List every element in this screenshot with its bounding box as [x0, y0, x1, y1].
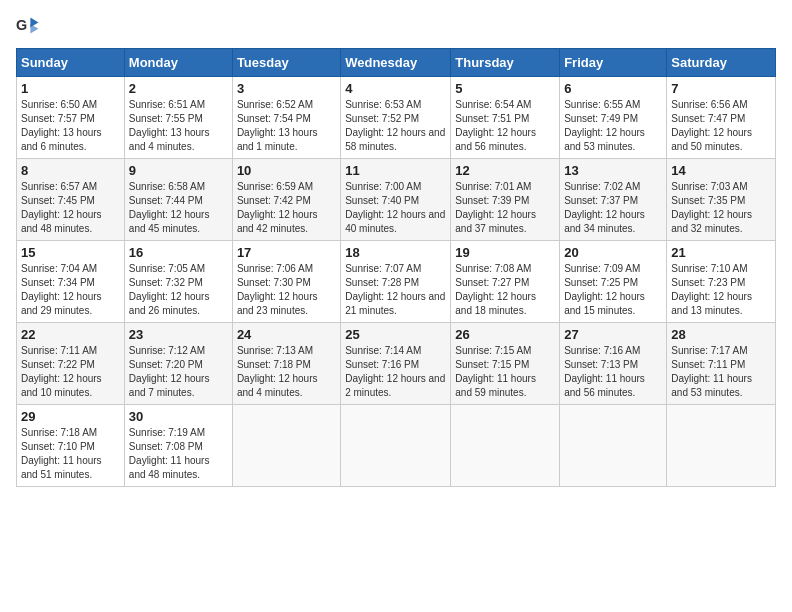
page-header: G — [16, 16, 776, 36]
day-number: 25 — [345, 327, 446, 342]
day-number: 24 — [237, 327, 336, 342]
day-info: Sunrise: 7:12 AMSunset: 7:20 PMDaylight:… — [129, 344, 228, 400]
day-info: Sunrise: 7:13 AMSunset: 7:18 PMDaylight:… — [237, 344, 336, 400]
day-info: Sunrise: 7:00 AMSunset: 7:40 PMDaylight:… — [345, 180, 446, 236]
calendar-cell: 3Sunrise: 6:52 AMSunset: 7:54 PMDaylight… — [232, 77, 340, 159]
calendar-cell — [667, 405, 776, 487]
day-info: Sunrise: 7:03 AMSunset: 7:35 PMDaylight:… — [671, 180, 771, 236]
calendar-cell: 19Sunrise: 7:08 AMSunset: 7:27 PMDayligh… — [451, 241, 560, 323]
day-info: Sunrise: 6:58 AMSunset: 7:44 PMDaylight:… — [129, 180, 228, 236]
day-number: 2 — [129, 81, 228, 96]
calendar-cell: 20Sunrise: 7:09 AMSunset: 7:25 PMDayligh… — [560, 241, 667, 323]
day-number: 3 — [237, 81, 336, 96]
day-info: Sunrise: 7:10 AMSunset: 7:23 PMDaylight:… — [671, 262, 771, 318]
calendar-header-tuesday: Tuesday — [232, 49, 340, 77]
calendar-table: SundayMondayTuesdayWednesdayThursdayFrid… — [16, 48, 776, 487]
calendar-cell: 2Sunrise: 6:51 AMSunset: 7:55 PMDaylight… — [124, 77, 232, 159]
day-number: 7 — [671, 81, 771, 96]
day-info: Sunrise: 6:54 AMSunset: 7:51 PMDaylight:… — [455, 98, 555, 154]
day-number: 5 — [455, 81, 555, 96]
day-info: Sunrise: 7:18 AMSunset: 7:10 PMDaylight:… — [21, 426, 120, 482]
day-info: Sunrise: 6:52 AMSunset: 7:54 PMDaylight:… — [237, 98, 336, 154]
day-info: Sunrise: 7:08 AMSunset: 7:27 PMDaylight:… — [455, 262, 555, 318]
calendar-cell: 25Sunrise: 7:14 AMSunset: 7:16 PMDayligh… — [341, 323, 451, 405]
calendar-week-row: 22Sunrise: 7:11 AMSunset: 7:22 PMDayligh… — [17, 323, 776, 405]
day-info: Sunrise: 6:56 AMSunset: 7:47 PMDaylight:… — [671, 98, 771, 154]
day-number: 14 — [671, 163, 771, 178]
calendar-header-friday: Friday — [560, 49, 667, 77]
calendar-header-sunday: Sunday — [17, 49, 125, 77]
day-info: Sunrise: 7:14 AMSunset: 7:16 PMDaylight:… — [345, 344, 446, 400]
day-info: Sunrise: 6:57 AMSunset: 7:45 PMDaylight:… — [21, 180, 120, 236]
day-number: 10 — [237, 163, 336, 178]
day-number: 30 — [129, 409, 228, 424]
calendar-week-row: 15Sunrise: 7:04 AMSunset: 7:34 PMDayligh… — [17, 241, 776, 323]
calendar-header-wednesday: Wednesday — [341, 49, 451, 77]
calendar-week-row: 1Sunrise: 6:50 AMSunset: 7:57 PMDaylight… — [17, 77, 776, 159]
day-info: Sunrise: 7:19 AMSunset: 7:08 PMDaylight:… — [129, 426, 228, 482]
calendar-cell: 6Sunrise: 6:55 AMSunset: 7:49 PMDaylight… — [560, 77, 667, 159]
calendar-cell — [560, 405, 667, 487]
calendar-header-saturday: Saturday — [667, 49, 776, 77]
day-number: 1 — [21, 81, 120, 96]
day-number: 26 — [455, 327, 555, 342]
calendar-cell: 26Sunrise: 7:15 AMSunset: 7:15 PMDayligh… — [451, 323, 560, 405]
day-info: Sunrise: 7:09 AMSunset: 7:25 PMDaylight:… — [564, 262, 662, 318]
day-info: Sunrise: 7:07 AMSunset: 7:28 PMDaylight:… — [345, 262, 446, 318]
calendar-cell: 28Sunrise: 7:17 AMSunset: 7:11 PMDayligh… — [667, 323, 776, 405]
calendar-cell: 1Sunrise: 6:50 AMSunset: 7:57 PMDaylight… — [17, 77, 125, 159]
day-number: 8 — [21, 163, 120, 178]
calendar-cell: 30Sunrise: 7:19 AMSunset: 7:08 PMDayligh… — [124, 405, 232, 487]
day-info: Sunrise: 6:55 AMSunset: 7:49 PMDaylight:… — [564, 98, 662, 154]
day-number: 29 — [21, 409, 120, 424]
day-number: 19 — [455, 245, 555, 260]
calendar-cell: 10Sunrise: 6:59 AMSunset: 7:42 PMDayligh… — [232, 159, 340, 241]
day-number: 18 — [345, 245, 446, 260]
day-info: Sunrise: 7:15 AMSunset: 7:15 PMDaylight:… — [455, 344, 555, 400]
calendar-cell: 14Sunrise: 7:03 AMSunset: 7:35 PMDayligh… — [667, 159, 776, 241]
calendar-cell: 8Sunrise: 6:57 AMSunset: 7:45 PMDaylight… — [17, 159, 125, 241]
day-number: 11 — [345, 163, 446, 178]
calendar-cell: 17Sunrise: 7:06 AMSunset: 7:30 PMDayligh… — [232, 241, 340, 323]
calendar-cell: 21Sunrise: 7:10 AMSunset: 7:23 PMDayligh… — [667, 241, 776, 323]
calendar-cell — [451, 405, 560, 487]
day-info: Sunrise: 7:11 AMSunset: 7:22 PMDaylight:… — [21, 344, 120, 400]
day-number: 22 — [21, 327, 120, 342]
calendar-header-row: SundayMondayTuesdayWednesdayThursdayFrid… — [17, 49, 776, 77]
day-number: 16 — [129, 245, 228, 260]
calendar-body: 1Sunrise: 6:50 AMSunset: 7:57 PMDaylight… — [17, 77, 776, 487]
calendar-cell: 5Sunrise: 6:54 AMSunset: 7:51 PMDaylight… — [451, 77, 560, 159]
calendar-cell: 12Sunrise: 7:01 AMSunset: 7:39 PMDayligh… — [451, 159, 560, 241]
day-number: 4 — [345, 81, 446, 96]
calendar-week-row: 29Sunrise: 7:18 AMSunset: 7:10 PMDayligh… — [17, 405, 776, 487]
calendar-cell — [341, 405, 451, 487]
calendar-cell: 27Sunrise: 7:16 AMSunset: 7:13 PMDayligh… — [560, 323, 667, 405]
day-number: 20 — [564, 245, 662, 260]
day-info: Sunrise: 7:01 AMSunset: 7:39 PMDaylight:… — [455, 180, 555, 236]
day-info: Sunrise: 7:16 AMSunset: 7:13 PMDaylight:… — [564, 344, 662, 400]
svg-text:G: G — [16, 17, 27, 33]
day-number: 9 — [129, 163, 228, 178]
day-number: 23 — [129, 327, 228, 342]
day-info: Sunrise: 6:59 AMSunset: 7:42 PMDaylight:… — [237, 180, 336, 236]
day-info: Sunrise: 7:04 AMSunset: 7:34 PMDaylight:… — [21, 262, 120, 318]
logo-icon: G — [16, 16, 40, 36]
day-number: 27 — [564, 327, 662, 342]
calendar-cell: 15Sunrise: 7:04 AMSunset: 7:34 PMDayligh… — [17, 241, 125, 323]
calendar-cell: 7Sunrise: 6:56 AMSunset: 7:47 PMDaylight… — [667, 77, 776, 159]
day-info: Sunrise: 6:51 AMSunset: 7:55 PMDaylight:… — [129, 98, 228, 154]
logo: G — [16, 16, 44, 36]
day-number: 28 — [671, 327, 771, 342]
svg-marker-2 — [30, 24, 38, 34]
day-info: Sunrise: 7:06 AMSunset: 7:30 PMDaylight:… — [237, 262, 336, 318]
calendar-cell — [232, 405, 340, 487]
day-info: Sunrise: 7:17 AMSunset: 7:11 PMDaylight:… — [671, 344, 771, 400]
calendar-cell: 18Sunrise: 7:07 AMSunset: 7:28 PMDayligh… — [341, 241, 451, 323]
calendar-cell: 11Sunrise: 7:00 AMSunset: 7:40 PMDayligh… — [341, 159, 451, 241]
day-info: Sunrise: 7:05 AMSunset: 7:32 PMDaylight:… — [129, 262, 228, 318]
calendar-cell: 22Sunrise: 7:11 AMSunset: 7:22 PMDayligh… — [17, 323, 125, 405]
calendar-cell: 23Sunrise: 7:12 AMSunset: 7:20 PMDayligh… — [124, 323, 232, 405]
day-number: 21 — [671, 245, 771, 260]
calendar-cell: 16Sunrise: 7:05 AMSunset: 7:32 PMDayligh… — [124, 241, 232, 323]
day-info: Sunrise: 6:50 AMSunset: 7:57 PMDaylight:… — [21, 98, 120, 154]
